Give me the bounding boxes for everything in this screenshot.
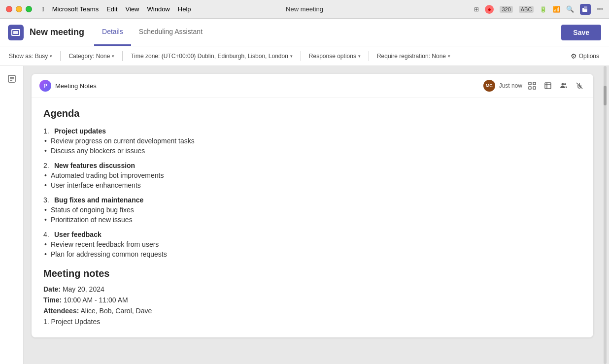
close-button[interactable]: [6, 6, 12, 12]
meeting-notes-heading: Meeting notes: [43, 268, 581, 279]
svg-rect-1: [584, 6, 587, 9]
save-button[interactable]: Save: [561, 25, 601, 40]
svg-rect-12: [545, 83, 551, 89]
item-num-4: 4.: [43, 231, 54, 238]
time-line: Time: 10:00 AM - 11:00 AM: [43, 296, 581, 304]
meeting-title: New meeting: [30, 27, 84, 37]
agenda-item-1: 1. Project updates Review progress on cu…: [43, 127, 581, 155]
item-title-3: Bug fixes and maintenance: [54, 196, 143, 204]
svg-rect-10: [529, 87, 531, 89]
agenda-item-2: 2. New features discussion Automated tra…: [43, 162, 581, 189]
window-menu[interactable]: Window: [147, 5, 170, 13]
attendees-line: Attendees: Alice, Bob, Carol, Dave: [43, 307, 581, 315]
avatar: MC: [483, 80, 495, 92]
require-registration-dropdown[interactable]: Require registration: None ▾: [374, 51, 453, 62]
tab-scheduling[interactable]: Scheduling Assistant: [131, 18, 210, 46]
notes-meta: MC Just now: [483, 80, 522, 92]
tab-details[interactable]: Details: [94, 18, 131, 46]
date-line: Date: May 20, 2024: [43, 285, 581, 293]
expand-icon[interactable]: [542, 80, 554, 92]
timezone-dropdown[interactable]: Time zone: (UTC+00:00) Dublin, Edinburgh…: [128, 51, 295, 62]
window-title: New meeting: [286, 5, 323, 13]
show-as-dropdown[interactable]: Show as: Busy ▾: [6, 51, 55, 62]
titlebar-right: ⊞ ● 320 ABC 🔋 📶 🔍 •••: [474, 4, 603, 15]
item-num-1: 1.: [43, 127, 54, 135]
response-options-dropdown[interactable]: Response options ▾: [306, 51, 364, 62]
people-icon[interactable]: [558, 80, 570, 92]
notes-header: P Meeting Notes MC Just now: [32, 74, 593, 98]
traffic-lights: [6, 6, 32, 12]
menu-bar:  Microsoft Teams Edit View Window Help: [42, 5, 191, 13]
wifi-icon: 📶: [553, 6, 560, 13]
bullet-1-1: Review progress on current development t…: [43, 137, 581, 145]
abc-badge: ABC: [519, 6, 534, 13]
divider-2: [122, 51, 123, 61]
edit-menu[interactable]: Edit: [106, 5, 117, 13]
search-icon[interactable]: 🔍: [566, 5, 574, 13]
svg-rect-11: [533, 87, 536, 89]
mute-icon[interactable]: [574, 80, 585, 92]
chevron-down-icon: ▾: [358, 54, 361, 59]
tab-bar: Details Scheduling Assistant: [94, 19, 210, 46]
bullet-2-1: Automated trading bot improvements: [43, 171, 581, 179]
badge-320: 320: [500, 6, 512, 13]
logo-inner: [11, 29, 20, 36]
apple-menu[interactable]: : [42, 5, 44, 13]
chevron-down-icon: ▾: [50, 54, 52, 59]
agenda-heading: Agenda: [43, 108, 581, 119]
minimize-button[interactable]: [16, 6, 22, 12]
chevron-down-icon: ▾: [448, 54, 450, 59]
bullet-3-1: Status of ongoing bug fixes: [43, 206, 581, 214]
toolbar: Show as: Busy ▾ Category: None ▾ Time zo…: [0, 46, 609, 66]
scrollbar-thumb[interactable]: [604, 86, 607, 105]
svg-point-14: [564, 83, 566, 85]
svg-rect-3: [13, 31, 18, 34]
scrollbar-panel: [601, 66, 609, 364]
item-title-2: New features discussion: [54, 162, 135, 169]
sub-item-1: 1. Project Updates: [43, 318, 581, 326]
divider-3: [301, 51, 301, 61]
svg-rect-9: [533, 82, 536, 85]
category-dropdown[interactable]: Category: None ▾: [66, 51, 117, 62]
agenda-item-3: 3. Bug fixes and maintenance Status of o…: [43, 196, 581, 224]
notes-tool-name: Meeting Notes: [55, 82, 479, 90]
app-header: New meeting Details Scheduling Assistant…: [0, 19, 609, 46]
options-button[interactable]: ⚙ Options: [567, 50, 603, 62]
notes-app-logo: P: [39, 80, 51, 92]
notification-icon[interactable]: ●: [485, 5, 494, 14]
chevron-down-icon: ▾: [290, 54, 293, 59]
gear-icon: ⚙: [571, 52, 577, 60]
item-title-1: Project updates: [54, 127, 106, 135]
bullet-4-2: Plan for addressing common requests: [43, 250, 581, 258]
notes-area: P Meeting Notes MC Just now: [24, 66, 601, 364]
item-title-4: User feedback: [54, 231, 102, 238]
item-num-3: 3.: [43, 196, 54, 204]
notes-sidebar-icon[interactable]: [5, 72, 19, 86]
left-sidebar: [0, 66, 24, 364]
timestamp: Just now: [499, 82, 522, 89]
more-icon[interactable]: •••: [597, 6, 603, 13]
bullet-2-2: User interface enhancements: [43, 181, 581, 189]
view-menu[interactable]: View: [126, 5, 139, 13]
svg-point-13: [562, 83, 564, 86]
bullet-1-2: Discuss any blockers or issues: [43, 147, 581, 155]
app-menu[interactable]: Microsoft Teams: [52, 5, 99, 13]
scrollbar-track[interactable]: [604, 66, 607, 364]
teams-logo: [580, 4, 591, 15]
notes-content: Agenda 1. Project updates Review progres…: [32, 98, 593, 337]
maximize-button[interactable]: [26, 6, 32, 12]
svg-rect-8: [529, 82, 531, 85]
notes-card: P Meeting Notes MC Just now: [32, 74, 593, 337]
app-logo: [8, 25, 24, 40]
control-center-icon[interactable]: ⊞: [474, 6, 479, 13]
bullet-4-1: Review recent feedback from users: [43, 240, 581, 248]
help-menu[interactable]: Help: [178, 5, 191, 13]
chevron-down-icon: ▾: [112, 54, 114, 59]
titlebar:  Microsoft Teams Edit View Window Help …: [0, 0, 609, 19]
main-content: P Meeting Notes MC Just now: [0, 66, 609, 364]
item-num-2: 2.: [43, 162, 54, 169]
apps-icon[interactable]: [526, 80, 538, 92]
divider-1: [60, 51, 61, 61]
agenda-item-4: 4. User feedback Review recent feedback …: [43, 231, 581, 258]
notes-actions: [526, 80, 585, 92]
